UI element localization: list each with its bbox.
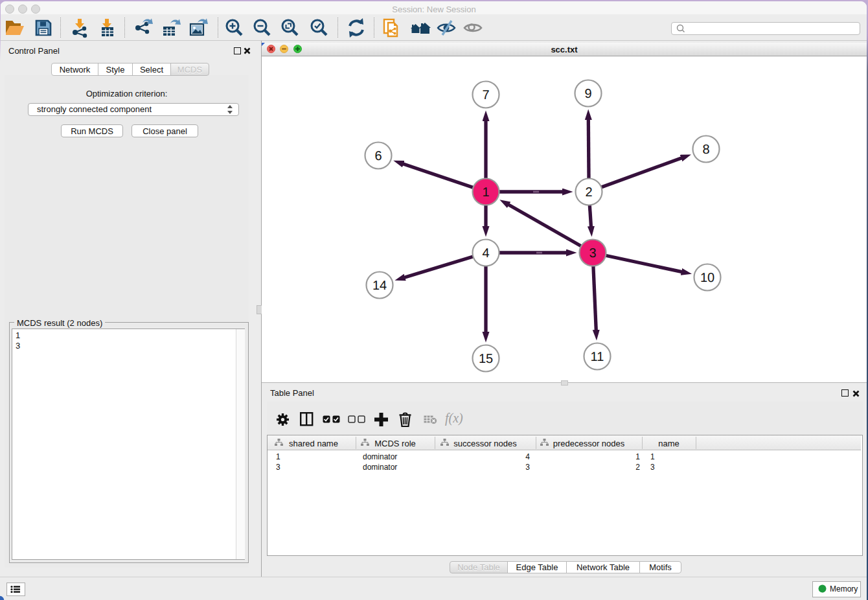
svg-text:8: 8 <box>702 143 709 157</box>
svg-text:11: 11 <box>591 350 604 364</box>
svg-text:10: 10 <box>700 271 714 285</box>
svg-text:15: 15 <box>479 352 493 366</box>
svg-text:4: 4 <box>482 246 489 260</box>
svg-text:2: 2 <box>585 185 592 200</box>
svg-text:7: 7 <box>482 88 489 102</box>
svg-text:6: 6 <box>374 149 382 163</box>
svg-text:14: 14 <box>372 279 387 293</box>
svg-text:1: 1 <box>482 185 489 200</box>
svg-text:3: 3 <box>589 246 596 260</box>
svg-text:9: 9 <box>584 87 591 101</box>
